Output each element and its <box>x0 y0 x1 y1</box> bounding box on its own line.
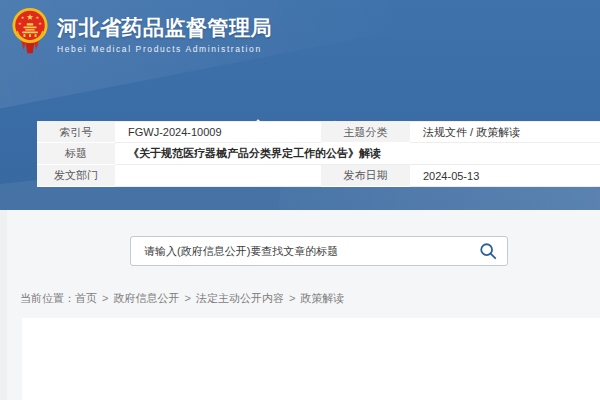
index-number-label: 索引号 <box>37 121 115 143</box>
title-value: 《关于规范医疗器械产品分类界定工作的公告》解读 <box>115 143 600 165</box>
publish-date-value: 2024-05-13 <box>410 165 600 187</box>
left-edge-strip <box>0 210 7 400</box>
breadcrumb-separator: > <box>184 292 190 304</box>
breadcrumb-separator: > <box>102 292 108 304</box>
breadcrumb-item-home[interactable]: 首页 <box>75 292 97 304</box>
document-info-table: 索引号 FGWJ-2024-10009 主题分类 法规文件 / 政策解读 标题 … <box>37 121 600 187</box>
breadcrumb-item-legal-disclosure[interactable]: 法定主动公开内容 <box>196 292 284 304</box>
breadcrumb: 当前位置：首页>政府信息公开>法定主动公开内容>政策解读 <box>20 291 344 306</box>
site-title: 河北省药品监督管理局 <box>57 14 272 41</box>
table-row: 发文部门 发布日期 2024-05-13 <box>37 165 600 187</box>
search-icon[interactable] <box>479 242 497 260</box>
breadcrumb-item-policy-interpretation[interactable]: 政策解读 <box>300 292 344 304</box>
svg-text:★: ★ <box>38 21 42 26</box>
main-content: 当前位置：首页>政府信息公开>法定主动公开内容>政策解读 <box>0 210 600 400</box>
table-row: 标题 《关于规范医疗器械产品分类界定工作的公告》解读 <box>37 143 600 165</box>
department-value <box>115 165 321 187</box>
site-subtitle: Hebei Medical Products Administration <box>57 44 272 54</box>
search-bar <box>130 236 508 266</box>
search-input[interactable] <box>130 236 508 266</box>
site-brand: ★ ★ ★ ★ ★ 河北省药品监督管理局 Hebei Medical Produ… <box>11 7 272 55</box>
svg-text:★: ★ <box>21 15 25 20</box>
svg-text:★: ★ <box>36 15 40 20</box>
table-row: 索引号 FGWJ-2024-10009 主题分类 法规文件 / 政策解读 <box>37 121 600 143</box>
page: ★ ★ ★ ★ ★ 河北省药品监督管理局 Hebei Medical Produ… <box>0 0 600 400</box>
department-label: 发文部门 <box>37 165 115 187</box>
breadcrumb-item-gov-info[interactable]: 政府信息公开 <box>113 292 179 304</box>
document-panel <box>22 318 600 400</box>
title-label: 标题 <box>37 143 115 165</box>
breadcrumb-prefix: 当前位置： <box>20 292 75 304</box>
publish-date-label: 发布日期 <box>321 165 410 187</box>
breadcrumb-separator: > <box>289 292 295 304</box>
index-number-value: FGWJ-2024-10009 <box>115 121 321 143</box>
category-value: 法规文件 / 政策解读 <box>410 121 600 143</box>
svg-text:★: ★ <box>18 21 22 26</box>
category-label: 主题分类 <box>321 121 410 143</box>
national-emblem-icon: ★ ★ ★ ★ ★ <box>11 7 49 55</box>
svg-text:★: ★ <box>26 12 33 22</box>
